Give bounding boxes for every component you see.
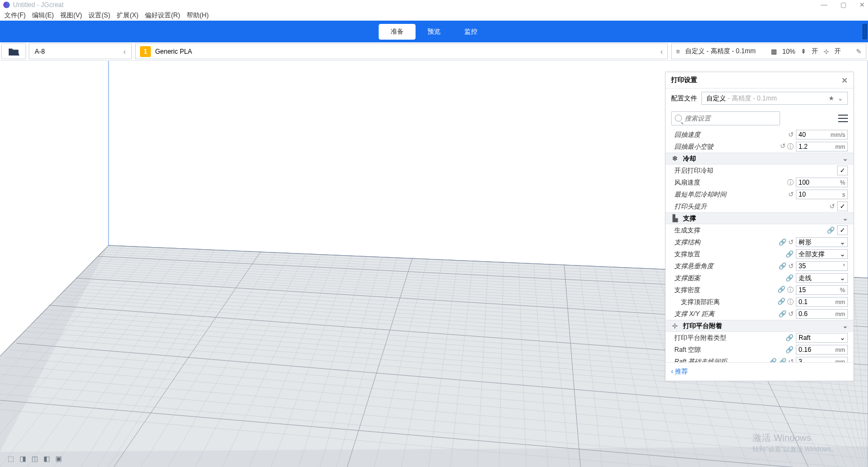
tab-prepare[interactable]: 准备 bbox=[379, 24, 416, 40]
menu-view[interactable]: 视图(V) bbox=[58, 11, 84, 20]
section-adhesion[interactable]: ⊹ 打印平台附着 ⌄ bbox=[666, 320, 853, 332]
adhesion-state: 开 bbox=[834, 47, 841, 56]
view-left-icon[interactable]: ◧ bbox=[43, 455, 50, 463]
close-button[interactable]: ✕ bbox=[859, 1, 865, 9]
input-fan-speed[interactable] bbox=[796, 179, 826, 186]
search-input[interactable] bbox=[671, 111, 780, 125]
star-icon[interactable]: ★ bbox=[828, 94, 834, 102]
profile-select[interactable]: 自定义 - 高精度 - 0.1mm ★ ⌄ bbox=[701, 92, 848, 105]
reset-icon[interactable]: ↺ bbox=[788, 131, 794, 138]
info-icon[interactable]: ⓘ bbox=[787, 178, 794, 187]
reset-icon[interactable]: ↺ bbox=[788, 191, 794, 198]
recommend-link[interactable]: ‹ 推荐 bbox=[671, 368, 688, 375]
menu-extensions[interactable]: 扩展(X) bbox=[114, 11, 141, 20]
field-raft-line[interactable]: mm bbox=[796, 357, 848, 362]
input-xy-dist[interactable] bbox=[796, 310, 826, 318]
input-density[interactable] bbox=[796, 286, 826, 294]
link-icon[interactable]: 🔗 bbox=[769, 358, 777, 362]
reset-icon[interactable]: ↺ bbox=[788, 358, 794, 362]
menu-settings[interactable]: 设置(S) bbox=[86, 11, 112, 20]
profile-summary[interactable]: ≡ 自定义 - 高精度 - 0.1mm ▦ 10% ⇞ 开 ⊹ 开 ✎ bbox=[671, 43, 866, 59]
link-icon[interactable]: 🔗 bbox=[786, 346, 794, 354]
maximize-button[interactable]: ▢ bbox=[840, 1, 846, 9]
link-icon[interactable]: 🔗 bbox=[777, 286, 786, 295]
chevron-down-icon: ⌄ bbox=[843, 155, 848, 162]
check-gen-support[interactable]: ✓ bbox=[837, 225, 848, 235]
chevron-down-icon: ⌄ bbox=[840, 334, 845, 342]
select-support-place[interactable]: 全部支撑⌄ bbox=[796, 249, 848, 259]
reset-icon[interactable]: ↺ bbox=[829, 203, 835, 210]
reset-icon[interactable]: ↺ bbox=[788, 310, 794, 318]
field-fan-speed[interactable]: % bbox=[796, 178, 848, 187]
field-retract-min[interactable]: mm bbox=[796, 142, 848, 152]
open-file-button[interactable] bbox=[1, 43, 26, 59]
material-selector[interactable]: 1 Generic PLA ‹ bbox=[135, 43, 668, 59]
minimize-button[interactable]: — bbox=[821, 1, 827, 9]
close-icon[interactable]: ✕ bbox=[841, 76, 848, 85]
section-support[interactable]: ▙ 支撑 ⌄ bbox=[666, 212, 853, 224]
chevron-down-icon: ⌄ bbox=[843, 214, 848, 222]
view-3d-icon[interactable]: ⬚ bbox=[8, 455, 14, 463]
settings-visibility-button[interactable] bbox=[838, 115, 848, 122]
select-pattern[interactable]: 走线⌄ bbox=[796, 273, 848, 283]
app-icon bbox=[3, 2, 10, 8]
menu-edit[interactable]: 编辑(E) bbox=[30, 11, 56, 20]
info-icon[interactable]: ⓘ bbox=[787, 286, 794, 295]
window-controls: — ▢ ✕ bbox=[821, 1, 865, 9]
field-raft-gap[interactable]: mm bbox=[796, 345, 848, 355]
link-icon[interactable]: 🔗 bbox=[778, 310, 787, 318]
view-right-icon[interactable]: ▣ bbox=[55, 455, 62, 463]
input-retract-speed[interactable] bbox=[796, 131, 826, 138]
input-raft-gap[interactable] bbox=[796, 346, 826, 354]
link-icon[interactable]: 🔗 bbox=[827, 226, 835, 234]
row-retract-speed: 回抽速度 ↺ mm/s bbox=[666, 129, 853, 141]
section-cooling[interactable]: ❄ 冷却 ⌄ bbox=[666, 153, 853, 165]
reset-icon[interactable]: ↺ bbox=[780, 142, 786, 152]
field-density[interactable]: % bbox=[796, 285, 848, 295]
link-icon[interactable]: 🔗 bbox=[786, 274, 794, 282]
field-min-layer-time[interactable]: s bbox=[796, 190, 848, 199]
link-icon[interactable]: 🔗 bbox=[778, 358, 787, 362]
link-icon[interactable]: 🔗 bbox=[777, 298, 786, 307]
pencil-icon[interactable]: ✎ bbox=[856, 48, 861, 55]
reset-icon[interactable]: ↺ bbox=[788, 238, 794, 246]
input-overhang[interactable] bbox=[796, 262, 826, 270]
menu-preferences[interactable]: 偏好设置(R) bbox=[143, 11, 182, 20]
view-top-icon[interactable]: ◫ bbox=[31, 455, 38, 463]
view-front-icon[interactable]: ◨ bbox=[20, 455, 26, 463]
input-raft-line[interactable] bbox=[796, 358, 826, 362]
check-enable-cooling[interactable]: ✓ bbox=[837, 166, 848, 175]
row-top-dist: 支撑顶部距离 🔗ⓘ mm bbox=[666, 296, 853, 308]
link-icon[interactable]: 🔗 bbox=[778, 262, 787, 270]
field-overhang[interactable]: ° bbox=[796, 261, 848, 271]
chevron-down-icon: ⌄ bbox=[840, 238, 845, 246]
field-retract-speed[interactable]: mm/s bbox=[796, 130, 848, 140]
reset-icon[interactable]: ↺ bbox=[788, 262, 794, 270]
menu-file[interactable]: 文件(F) bbox=[2, 11, 28, 20]
input-retract-min[interactable] bbox=[796, 143, 826, 150]
select-adh-type[interactable]: Raft⌄ bbox=[796, 333, 848, 343]
link-icon[interactable]: 🔗 bbox=[778, 238, 787, 246]
info-icon[interactable]: ⓘ bbox=[787, 298, 794, 307]
select-support-struct[interactable]: 树形⌄ bbox=[796, 237, 848, 247]
field-top-dist[interactable]: mm bbox=[796, 297, 848, 307]
printer-selector[interactable]: A-8 ‹ bbox=[29, 43, 132, 59]
tab-preview[interactable]: 预览 bbox=[416, 24, 452, 40]
check-head-lift[interactable]: ✓ bbox=[837, 201, 848, 211]
right-slider[interactable] bbox=[863, 24, 867, 39]
support-section-icon: ▙ bbox=[671, 214, 679, 222]
link-icon[interactable]: 🔗 bbox=[786, 250, 794, 258]
settings-scroll[interactable]: 回抽速度 ↺ mm/s 回抽最小空驶 ↺ⓘ mm ❄ 冷却 ⌄ 开启打印冷却 ✓… bbox=[666, 129, 853, 362]
support-state: 开 bbox=[812, 47, 818, 56]
tab-monitor[interactable]: 监控 bbox=[452, 24, 489, 40]
row-raft-line: Raft 基础走线间距 🔗🔗↺ mm bbox=[666, 356, 853, 362]
field-xy-dist[interactable]: mm bbox=[796, 309, 848, 319]
info-icon[interactable]: ⓘ bbox=[787, 142, 794, 152]
chevron-down-icon[interactable]: ⌄ bbox=[838, 94, 843, 102]
chevron-left-icon: ‹ bbox=[671, 368, 673, 375]
input-top-dist[interactable] bbox=[796, 298, 826, 306]
link-icon[interactable]: 🔗 bbox=[786, 334, 794, 342]
input-min-layer-time[interactable] bbox=[796, 191, 826, 198]
menu-help[interactable]: 帮助(H) bbox=[184, 11, 211, 20]
window-title: Untitled - JGcreat bbox=[13, 1, 63, 9]
